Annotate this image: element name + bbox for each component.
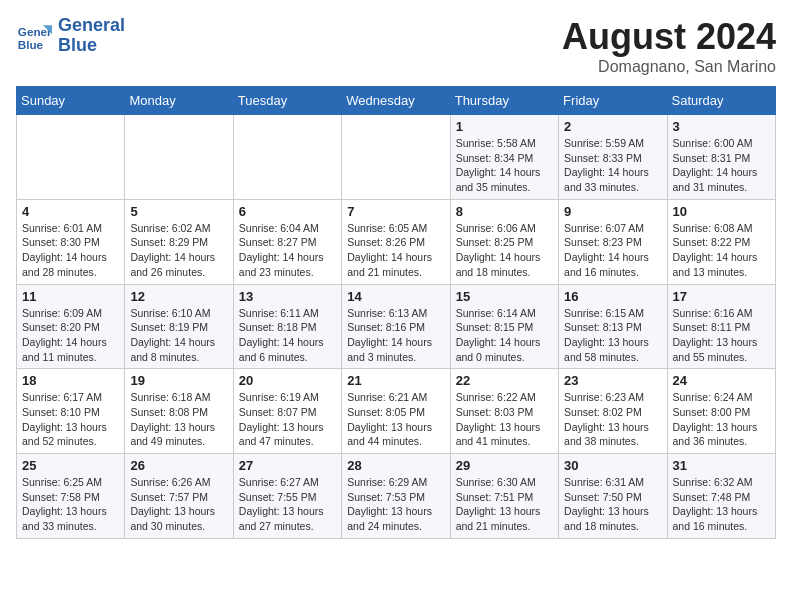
day-header-sunday: Sunday bbox=[17, 87, 125, 115]
calendar-cell: 8Sunrise: 6:06 AMSunset: 8:25 PMDaylight… bbox=[450, 199, 558, 284]
day-detail: Sunrise: 6:31 AMSunset: 7:50 PMDaylight:… bbox=[564, 475, 661, 534]
week-row-3: 11Sunrise: 6:09 AMSunset: 8:20 PMDayligh… bbox=[17, 284, 776, 369]
day-detail: Sunrise: 6:19 AMSunset: 8:07 PMDaylight:… bbox=[239, 390, 336, 449]
calendar-cell: 1Sunrise: 5:58 AMSunset: 8:34 PMDaylight… bbox=[450, 115, 558, 200]
day-number: 15 bbox=[456, 289, 553, 304]
day-number: 21 bbox=[347, 373, 444, 388]
day-detail: Sunrise: 6:26 AMSunset: 7:57 PMDaylight:… bbox=[130, 475, 227, 534]
calendar-cell: 23Sunrise: 6:23 AMSunset: 8:02 PMDayligh… bbox=[559, 369, 667, 454]
calendar-cell: 5Sunrise: 6:02 AMSunset: 8:29 PMDaylight… bbox=[125, 199, 233, 284]
day-detail: Sunrise: 6:27 AMSunset: 7:55 PMDaylight:… bbox=[239, 475, 336, 534]
day-number: 12 bbox=[130, 289, 227, 304]
day-number: 28 bbox=[347, 458, 444, 473]
day-detail: Sunrise: 6:00 AMSunset: 8:31 PMDaylight:… bbox=[673, 136, 770, 195]
calendar-cell: 13Sunrise: 6:11 AMSunset: 8:18 PMDayligh… bbox=[233, 284, 341, 369]
day-number: 26 bbox=[130, 458, 227, 473]
week-row-4: 18Sunrise: 6:17 AMSunset: 8:10 PMDayligh… bbox=[17, 369, 776, 454]
day-number: 8 bbox=[456, 204, 553, 219]
calendar-cell: 29Sunrise: 6:30 AMSunset: 7:51 PMDayligh… bbox=[450, 454, 558, 539]
day-detail: Sunrise: 6:01 AMSunset: 8:30 PMDaylight:… bbox=[22, 221, 119, 280]
calendar-cell: 7Sunrise: 6:05 AMSunset: 8:26 PMDaylight… bbox=[342, 199, 450, 284]
day-number: 24 bbox=[673, 373, 770, 388]
calendar-table: SundayMondayTuesdayWednesdayThursdayFrid… bbox=[16, 86, 776, 539]
day-detail: Sunrise: 5:59 AMSunset: 8:33 PMDaylight:… bbox=[564, 136, 661, 195]
calendar-cell: 19Sunrise: 6:18 AMSunset: 8:08 PMDayligh… bbox=[125, 369, 233, 454]
calendar-cell: 24Sunrise: 6:24 AMSunset: 8:00 PMDayligh… bbox=[667, 369, 775, 454]
calendar-cell bbox=[17, 115, 125, 200]
calendar-cell: 21Sunrise: 6:21 AMSunset: 8:05 PMDayligh… bbox=[342, 369, 450, 454]
day-detail: Sunrise: 6:13 AMSunset: 8:16 PMDaylight:… bbox=[347, 306, 444, 365]
calendar-cell: 10Sunrise: 6:08 AMSunset: 8:22 PMDayligh… bbox=[667, 199, 775, 284]
day-detail: Sunrise: 6:14 AMSunset: 8:15 PMDaylight:… bbox=[456, 306, 553, 365]
day-detail: Sunrise: 6:29 AMSunset: 7:53 PMDaylight:… bbox=[347, 475, 444, 534]
day-header-wednesday: Wednesday bbox=[342, 87, 450, 115]
calendar-cell: 16Sunrise: 6:15 AMSunset: 8:13 PMDayligh… bbox=[559, 284, 667, 369]
day-number: 30 bbox=[564, 458, 661, 473]
calendar-cell: 26Sunrise: 6:26 AMSunset: 7:57 PMDayligh… bbox=[125, 454, 233, 539]
day-header-monday: Monday bbox=[125, 87, 233, 115]
day-detail: Sunrise: 6:05 AMSunset: 8:26 PMDaylight:… bbox=[347, 221, 444, 280]
day-number: 16 bbox=[564, 289, 661, 304]
calendar-cell: 30Sunrise: 6:31 AMSunset: 7:50 PMDayligh… bbox=[559, 454, 667, 539]
calendar-cell: 20Sunrise: 6:19 AMSunset: 8:07 PMDayligh… bbox=[233, 369, 341, 454]
calendar-cell bbox=[233, 115, 341, 200]
day-number: 27 bbox=[239, 458, 336, 473]
calendar-cell: 9Sunrise: 6:07 AMSunset: 8:23 PMDaylight… bbox=[559, 199, 667, 284]
day-number: 13 bbox=[239, 289, 336, 304]
svg-text:Blue: Blue bbox=[18, 37, 44, 50]
calendar-cell: 27Sunrise: 6:27 AMSunset: 7:55 PMDayligh… bbox=[233, 454, 341, 539]
day-detail: Sunrise: 6:21 AMSunset: 8:05 PMDaylight:… bbox=[347, 390, 444, 449]
day-detail: Sunrise: 6:10 AMSunset: 8:19 PMDaylight:… bbox=[130, 306, 227, 365]
day-number: 17 bbox=[673, 289, 770, 304]
day-number: 19 bbox=[130, 373, 227, 388]
day-number: 6 bbox=[239, 204, 336, 219]
day-detail: Sunrise: 6:09 AMSunset: 8:20 PMDaylight:… bbox=[22, 306, 119, 365]
calendar-cell: 15Sunrise: 6:14 AMSunset: 8:15 PMDayligh… bbox=[450, 284, 558, 369]
calendar-cell: 2Sunrise: 5:59 AMSunset: 8:33 PMDaylight… bbox=[559, 115, 667, 200]
day-number: 5 bbox=[130, 204, 227, 219]
week-row-5: 25Sunrise: 6:25 AMSunset: 7:58 PMDayligh… bbox=[17, 454, 776, 539]
day-number: 20 bbox=[239, 373, 336, 388]
day-detail: Sunrise: 6:18 AMSunset: 8:08 PMDaylight:… bbox=[130, 390, 227, 449]
day-number: 2 bbox=[564, 119, 661, 134]
calendar-cell: 12Sunrise: 6:10 AMSunset: 8:19 PMDayligh… bbox=[125, 284, 233, 369]
logo-text: General Blue bbox=[58, 16, 125, 56]
title-block: August 2024 Domagnano, San Marino bbox=[562, 16, 776, 76]
day-header-friday: Friday bbox=[559, 87, 667, 115]
day-number: 1 bbox=[456, 119, 553, 134]
day-detail: Sunrise: 6:17 AMSunset: 8:10 PMDaylight:… bbox=[22, 390, 119, 449]
day-number: 10 bbox=[673, 204, 770, 219]
day-header-thursday: Thursday bbox=[450, 87, 558, 115]
day-number: 22 bbox=[456, 373, 553, 388]
logo-icon: General Blue bbox=[16, 18, 52, 54]
day-detail: Sunrise: 6:30 AMSunset: 7:51 PMDaylight:… bbox=[456, 475, 553, 534]
location: Domagnano, San Marino bbox=[562, 58, 776, 76]
day-detail: Sunrise: 6:08 AMSunset: 8:22 PMDaylight:… bbox=[673, 221, 770, 280]
calendar-cell: 31Sunrise: 6:32 AMSunset: 7:48 PMDayligh… bbox=[667, 454, 775, 539]
day-detail: Sunrise: 6:07 AMSunset: 8:23 PMDaylight:… bbox=[564, 221, 661, 280]
calendar-cell bbox=[342, 115, 450, 200]
day-detail: Sunrise: 6:16 AMSunset: 8:11 PMDaylight:… bbox=[673, 306, 770, 365]
day-detail: Sunrise: 6:02 AMSunset: 8:29 PMDaylight:… bbox=[130, 221, 227, 280]
calendar-cell: 25Sunrise: 6:25 AMSunset: 7:58 PMDayligh… bbox=[17, 454, 125, 539]
calendar-cell: 18Sunrise: 6:17 AMSunset: 8:10 PMDayligh… bbox=[17, 369, 125, 454]
day-number: 11 bbox=[22, 289, 119, 304]
calendar-cell: 17Sunrise: 6:16 AMSunset: 8:11 PMDayligh… bbox=[667, 284, 775, 369]
day-header-saturday: Saturday bbox=[667, 87, 775, 115]
day-number: 3 bbox=[673, 119, 770, 134]
calendar-cell: 11Sunrise: 6:09 AMSunset: 8:20 PMDayligh… bbox=[17, 284, 125, 369]
day-number: 4 bbox=[22, 204, 119, 219]
day-detail: Sunrise: 6:04 AMSunset: 8:27 PMDaylight:… bbox=[239, 221, 336, 280]
day-header-tuesday: Tuesday bbox=[233, 87, 341, 115]
calendar-header-row: SundayMondayTuesdayWednesdayThursdayFrid… bbox=[17, 87, 776, 115]
day-detail: Sunrise: 6:32 AMSunset: 7:48 PMDaylight:… bbox=[673, 475, 770, 534]
logo: General Blue General Blue bbox=[16, 16, 125, 56]
calendar-cell: 3Sunrise: 6:00 AMSunset: 8:31 PMDaylight… bbox=[667, 115, 775, 200]
day-number: 18 bbox=[22, 373, 119, 388]
page-header: General Blue General Blue August 2024 Do… bbox=[16, 16, 776, 76]
day-number: 9 bbox=[564, 204, 661, 219]
day-detail: Sunrise: 6:22 AMSunset: 8:03 PMDaylight:… bbox=[456, 390, 553, 449]
calendar-cell: 28Sunrise: 6:29 AMSunset: 7:53 PMDayligh… bbox=[342, 454, 450, 539]
day-number: 23 bbox=[564, 373, 661, 388]
day-number: 7 bbox=[347, 204, 444, 219]
